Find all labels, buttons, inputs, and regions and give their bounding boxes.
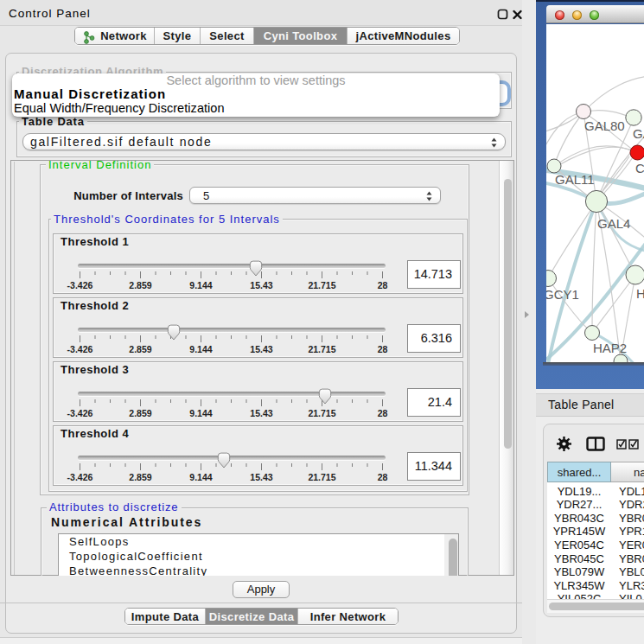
svg-text:C: C: [635, 161, 644, 175]
svg-text:GCY1: GCY1: [546, 287, 579, 302]
svg-text:GA: GA: [633, 126, 644, 141]
svg-text:GAL80: GAL80: [584, 118, 625, 133]
svg-text:H: H: [636, 286, 644, 301]
svg-text:GAL4: GAL4: [597, 216, 630, 231]
svg-text:GAL11: GAL11: [555, 172, 595, 187]
svg-text:HAP2: HAP2: [593, 341, 627, 355]
